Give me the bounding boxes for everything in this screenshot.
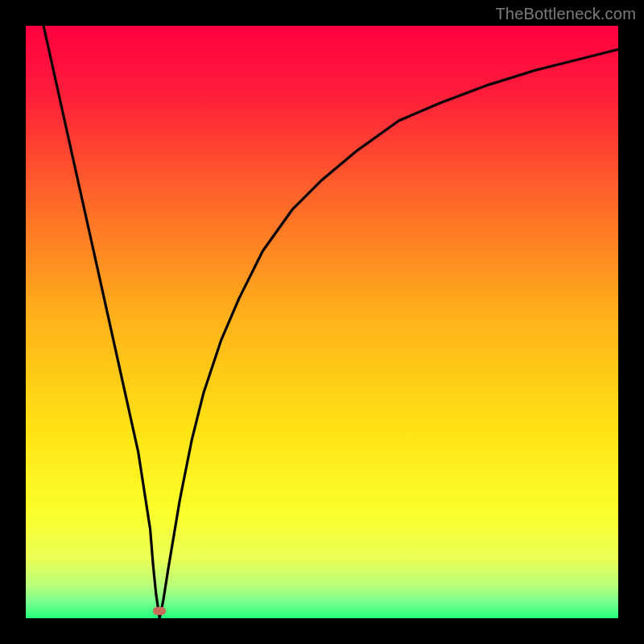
chart-frame: TheBottleneck.com	[0, 0, 644, 644]
plot-area	[26, 26, 618, 618]
optimum-marker	[153, 607, 166, 615]
curve-layer	[26, 26, 618, 618]
watermark-text: TheBottleneck.com	[495, 5, 636, 23]
bottleneck-curve	[43, 26, 618, 618]
